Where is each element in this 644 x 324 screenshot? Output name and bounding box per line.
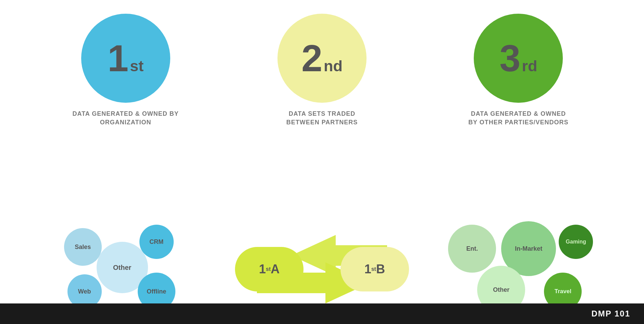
oval-b-number: 1 <box>364 262 371 276</box>
number-1: 1 <box>108 39 128 77</box>
super-st: st <box>130 58 144 74</box>
bubble-sales: Sales <box>64 228 102 266</box>
first-party-bubbles-column: Sales CRM Other Web Offline <box>28 221 223 317</box>
third-party-description: DATA GENERATED & OWNED BY OTHER PARTIES/… <box>468 110 568 127</box>
oval-first-b: 1st B <box>340 247 409 291</box>
bubble-ent: Ent. <box>448 225 496 273</box>
third-party-column: 3 rd DATA GENERATED & OWNED BY OTHER PAR… <box>421 14 616 137</box>
number-3: 3 <box>499 39 520 77</box>
main-container: 1 st DATA GENERATED & OWNED BY ORGANIZAT… <box>0 0 644 324</box>
third-party-bubbles-column: Ent. In-Market Gaming Other Travel <box>421 221 616 317</box>
first-party-column: 1 st DATA GENERATED & OWNED BY ORGANIZAT… <box>28 14 223 137</box>
bubble-gaming: Gaming <box>559 225 593 259</box>
top-section: 1 st DATA GENERATED & OWNED BY ORGANIZAT… <box>0 0 644 221</box>
first-party-bubbles: Sales CRM Other Web Offline <box>61 221 191 317</box>
third-party-circle: 3 rd <box>474 14 563 103</box>
first-party-description: DATA GENERATED & OWNED BY ORGANIZATION <box>72 110 178 127</box>
footer-bar: DMP 101 <box>0 303 644 324</box>
second-party-description: DATA SETS TRADED BETWEEN PARTNERS <box>286 110 358 127</box>
number-2: 2 <box>301 39 322 77</box>
oval-b-suffix: B <box>376 262 385 276</box>
bubble-crm: CRM <box>139 225 174 259</box>
oval-a-super: st <box>266 266 271 272</box>
oval-a-suffix: A <box>271 262 280 276</box>
second-party-column: 2 nd DATA SETS TRADED BETWEEN PARTNERS <box>225 14 419 137</box>
first-party-circle: 1 st <box>81 14 170 103</box>
second-party-circle: 2 nd <box>277 14 367 103</box>
super-nd: nd <box>324 58 343 74</box>
second-party-area: 1st A 1st B <box>225 221 419 317</box>
oval-first-a: 1st A <box>235 247 304 291</box>
third-party-bubbles: Ent. In-Market Gaming Other Travel <box>446 221 590 317</box>
third-party-number: 3 rd <box>499 39 537 77</box>
footer-text: DMP 101 <box>591 309 630 319</box>
super-rd: rd <box>522 58 537 74</box>
oval-a-number: 1 <box>259 262 266 276</box>
oval-b-super: st <box>371 266 376 272</box>
second-party-bubbles-column: 1st A 1st B <box>225 221 419 317</box>
second-party-number: 2 nd <box>301 39 343 77</box>
first-party-number: 1 st <box>108 39 144 77</box>
